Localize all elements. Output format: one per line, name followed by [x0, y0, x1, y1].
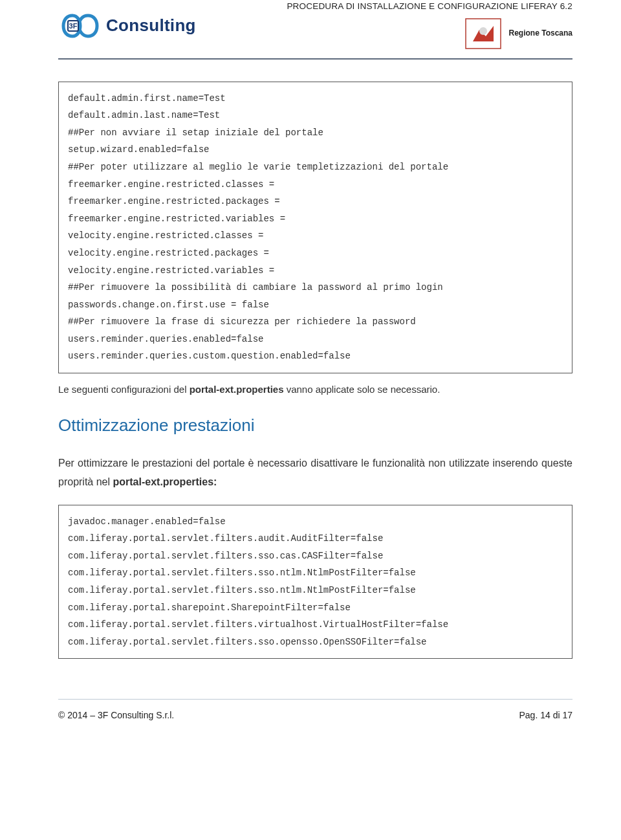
code-line: users.reminder.queries.custom.question.e… [68, 348, 563, 365]
header-right: PROCEDURA DI INSTALLAZIONE E CONFIGURAZI… [287, 0, 572, 50]
header-divider [58, 58, 572, 60]
code-block-1: default.admin.first.name=Testdefault.adm… [58, 82, 572, 374]
regione-block: Regione Toscana [464, 17, 572, 50]
mid-paragraph: Le seguenti configurazioni del portal-ex… [58, 382, 572, 397]
code-line: com.liferay.portal.sharepoint.Sharepoint… [68, 599, 563, 617]
svg-point-3 [479, 27, 487, 35]
logo-icon: 3F [58, 12, 101, 40]
code-block-2: javadoc.manager.enabled=falsecom.liferay… [58, 505, 572, 659]
code-line: com.liferay.portal.servlet.filters.sso.c… [68, 547, 563, 565]
code-line: com.liferay.portal.servlet.filters.virtu… [68, 616, 563, 634]
code-line: velocity.engine.restricted.packages = [68, 245, 563, 262]
code-line: freemarker.engine.restricted.variables = [68, 210, 563, 228]
code-line: users.reminder.queries.enabled=false [68, 331, 563, 348]
page-footer: © 2014 – 3F Consulting S.r.l. Pag. 14 di… [58, 709, 572, 722]
regione-label: Regione Toscana [509, 28, 572, 39]
regione-emblem-icon [464, 17, 503, 50]
code-line: velocity.engine.restricted.classes = [68, 227, 563, 245]
mid-para-bold: portal-ext.properties [190, 384, 284, 395]
code-line: ##Per poter utilizzare al meglio le vari… [68, 159, 563, 176]
code-line: ##Per rimuovere la possibilità di cambia… [68, 279, 563, 296]
code-line: default.admin.last.name=Test [68, 107, 563, 124]
logo-text: Consulting [106, 14, 196, 38]
footer-left: © 2014 – 3F Consulting S.r.l. [58, 709, 174, 722]
logo-block: 3F Consulting [58, 12, 196, 40]
code-line: com.liferay.portal.servlet.filters.sso.n… [68, 582, 563, 599]
code-line: velocity.engine.restricted.variables = [68, 262, 563, 280]
page-header: 3F Consulting PROCEDURA DI INSTALLAZIONE… [58, 0, 572, 50]
document-title: PROCEDURA DI INSTALLAZIONE E CONFIGURAZI… [287, 0, 572, 13]
mid-para-prefix: Le seguenti configurazioni del [58, 384, 190, 395]
code-line: freemarker.engine.restricted.classes = [68, 176, 563, 193]
code-line: com.liferay.portal.servlet.filters.sso.o… [68, 634, 563, 651]
footer-divider [58, 699, 572, 700]
footer-right: Pag. 14 di 17 [519, 709, 572, 722]
code-line: com.liferay.portal.servlet.filters.audit… [68, 530, 563, 547]
mid-para-suffix: vanno applicate solo se necessario. [284, 384, 441, 395]
code-line: javadoc.manager.enabled=false [68, 513, 563, 531]
code-line: com.liferay.portal.servlet.filters.sso.n… [68, 564, 563, 582]
code-line: ##Per non avviare il setap iniziale del … [68, 124, 563, 142]
body-para-bold: portal-ext.properties: [113, 476, 217, 487]
svg-text:3F: 3F [69, 22, 78, 30]
section-heading: Ottimizzazione prestazioni [58, 414, 572, 438]
body-paragraph: Per ottimizzare le prestazioni del porta… [58, 454, 572, 492]
code-line: default.admin.first.name=Test [68, 90, 563, 107]
code-line: ##Per rimuovere la frase di sicurezza pe… [68, 313, 563, 331]
code-line: setup.wizard.enabled=false [68, 141, 563, 159]
code-line: passwords.change.on.first.use = false [68, 296, 563, 314]
code-line: freemarker.engine.restricted.packages = [68, 193, 563, 210]
